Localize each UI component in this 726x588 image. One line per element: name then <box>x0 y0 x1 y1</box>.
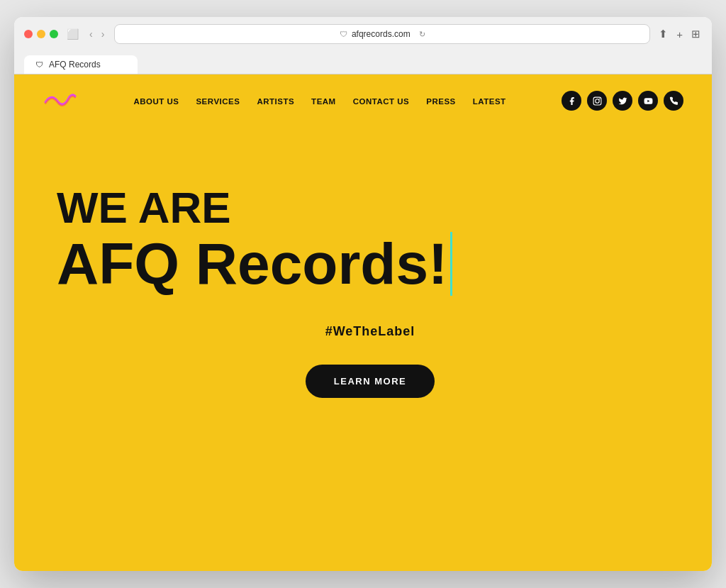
nav-item-press[interactable]: PRESS <box>426 94 456 107</box>
address-bar[interactable]: 🛡 afqrecords.com ↻ <box>114 24 650 44</box>
nav-item-artists[interactable]: ARTISTS <box>257 94 294 107</box>
instagram-icon[interactable] <box>587 91 607 111</box>
window-controls: ⬜ <box>65 27 79 41</box>
active-tab[interactable]: 🛡 AFQ Records <box>24 55 138 74</box>
nav-item-latest[interactable]: LATEST <box>473 94 506 107</box>
nav-links: ABOUT US SERVICES ARTISTS TEAM CONTACT U… <box>133 94 506 107</box>
phone-icon[interactable] <box>664 91 683 111</box>
traffic-lights <box>24 30 58 38</box>
new-tab-button[interactable]: + <box>675 27 684 42</box>
sidebar-toggle-button[interactable]: ⬜ <box>65 27 79 41</box>
hero-name-text: AFQ Records! <box>57 233 447 294</box>
nav-item-about[interactable]: ABOUT US <box>133 94 179 107</box>
hero-section: WE ARE AFQ Records! #WeTheLabel LEARN MO… <box>14 127 712 440</box>
site-logo[interactable] <box>43 90 78 111</box>
toolbar-right: ⬆ + ⊞ <box>657 26 702 42</box>
nav-link-about[interactable]: ABOUT US <box>133 97 179 106</box>
browser-tabs: 🛡 AFQ Records <box>24 51 702 74</box>
security-icon: 🛡 <box>340 30 347 38</box>
nav-link-team[interactable]: TEAM <box>311 97 336 106</box>
nav-link-latest[interactable]: LATEST <box>473 97 506 106</box>
nav-arrows: ‹ › <box>86 27 107 41</box>
forward-button[interactable]: › <box>99 27 108 41</box>
close-button[interactable] <box>24 30 33 38</box>
logo-graphic <box>43 90 78 111</box>
extensions-button[interactable]: ⊞ <box>690 26 702 42</box>
twitter-icon[interactable] <box>613 91 632 111</box>
back-button[interactable]: ‹ <box>86 27 96 41</box>
address-bar-row: 🛡 afqrecords.com ↻ <box>114 24 650 44</box>
tab-title: AFQ Records <box>49 60 101 70</box>
nav-link-contact[interactable]: CONTACT US <box>353 97 410 106</box>
refresh-icon: ↻ <box>419 30 425 39</box>
website-content: ABOUT US SERVICES ARTISTS TEAM CONTACT U… <box>14 74 712 571</box>
nav-item-contact[interactable]: CONTACT US <box>353 94 410 107</box>
learn-more-button[interactable]: LEARN MORE <box>306 365 435 398</box>
url-text: afqrecords.com <box>352 29 411 39</box>
browser-window: ⬜ ‹ › 🛡 afqrecords.com ↻ ⬆ + ⊞ <box>14 17 712 571</box>
hero-we-are-text: WE ARE <box>57 184 683 232</box>
nav-link-artists[interactable]: ARTISTS <box>257 97 294 106</box>
nav-item-services[interactable]: SERVICES <box>196 94 240 107</box>
hero-hashtag: #WeTheLabel <box>57 324 683 339</box>
tab-favicon: 🛡 <box>35 60 43 69</box>
cursor-line <box>450 232 452 296</box>
nav-link-services[interactable]: SERVICES <box>196 97 240 106</box>
svg-point-2 <box>598 98 600 99</box>
social-icons <box>562 91 683 111</box>
svg-point-1 <box>595 99 598 102</box>
browser-chrome: ⬜ ‹ › 🛡 afqrecords.com ↻ ⬆ + ⊞ <box>14 17 712 74</box>
hero-cta: LEARN MORE <box>57 365 683 398</box>
minimize-button[interactable] <box>37 30 45 38</box>
svg-rect-0 <box>593 97 601 105</box>
nav-link-press[interactable]: PRESS <box>426 97 456 106</box>
site-navigation: ABOUT US SERVICES ARTISTS TEAM CONTACT U… <box>14 74 712 127</box>
maximize-button[interactable] <box>50 30 58 38</box>
nav-item-team[interactable]: TEAM <box>311 94 336 107</box>
facebook-icon[interactable] <box>562 91 581 111</box>
share-button[interactable]: ⬆ <box>657 26 669 42</box>
hero-name-row: AFQ Records! <box>57 232 683 296</box>
youtube-icon[interactable] <box>638 91 658 111</box>
